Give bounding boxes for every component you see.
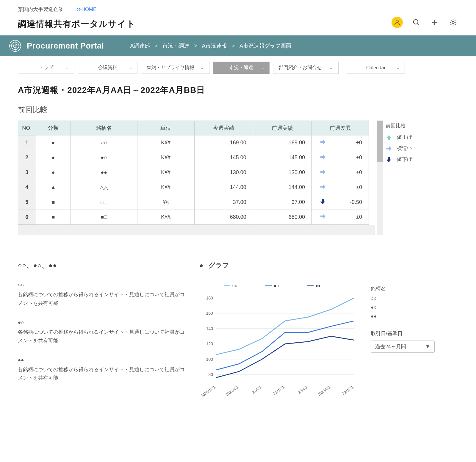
select-value: 過去24ヶ月間 xyxy=(375,343,406,350)
legend-flat: 横這い xyxy=(397,145,412,152)
portal-logo-icon xyxy=(9,40,21,52)
menu-supplier[interactable]: 集約・サプライヤ情報⌄ xyxy=(141,62,209,74)
menu-top[interactable]: トップ⌄ xyxy=(18,62,74,74)
col-name: 銘柄名 xyxy=(71,121,137,135)
cell-cur: 130.00 xyxy=(194,165,253,180)
insight-item: ○○各銘柄についての推移から得られるインサイト・見通しについて社員がコメントを共… xyxy=(18,282,187,308)
cell-prev: 680.00 xyxy=(253,210,311,225)
chevron-right-icon: > xyxy=(155,43,158,49)
menu-market[interactable]: 市況・通達⌄ xyxy=(213,62,270,74)
svg-text:○○: ○○ xyxy=(232,283,237,288)
svg-text:2020/12/1: 2020/12/1 xyxy=(200,385,217,398)
cell-cur: 37.00 xyxy=(194,195,253,210)
cell-prev: 144.00 xyxy=(253,180,311,195)
insight-item: ●●各銘柄についての推移から得られるインサイト・見通しについて社員がコメントを共… xyxy=(18,357,187,383)
legend-up: 値上げ xyxy=(397,134,412,141)
svg-text:100: 100 xyxy=(206,357,213,362)
table-row[interactable]: 6■■□K¥/t680.00680.00±0 xyxy=(18,210,369,225)
menu-calendar[interactable]: Calendar⌄ xyxy=(347,62,405,74)
chevron-right-icon: > xyxy=(194,43,197,49)
cell-arrow xyxy=(312,150,334,165)
crumb[interactable]: A調達部 xyxy=(130,42,150,49)
gear-icon xyxy=(449,18,457,26)
menu-dept[interactable]: 部門紹介・お問合せ⌄ xyxy=(273,62,339,74)
insights-head: ○○、●○、●● xyxy=(18,261,187,270)
table-row[interactable]: 4▲△△K¥/t144.00144.00±0 xyxy=(18,180,369,195)
cell-name: ○○ xyxy=(71,135,137,150)
insight-code: ●○ xyxy=(18,320,187,326)
cell-diff: -0.50 xyxy=(334,195,369,210)
chart-title: グラフ xyxy=(209,261,229,270)
cell-name: ●● xyxy=(71,165,137,180)
cell-diff: ±0 xyxy=(334,180,369,195)
cell-diff: ±0 xyxy=(334,135,369,150)
cell-cur: 680.00 xyxy=(194,210,253,225)
cell-no: 5 xyxy=(18,195,36,210)
crumb[interactable]: A市況速報 xyxy=(202,42,227,49)
chevron-down-icon: ⌄ xyxy=(396,65,400,71)
table-footer-shade xyxy=(18,225,375,235)
legend-title: 前回比較 xyxy=(386,122,412,129)
arrow-up-icon xyxy=(386,134,392,141)
insight-text: 各銘柄についての推移から得られるインサイト・見通しについて社員がコメントを共有可… xyxy=(18,366,187,383)
cell-prev: 145.00 xyxy=(253,150,311,165)
bullet-icon: ● xyxy=(199,262,203,269)
svg-point-5 xyxy=(452,21,454,23)
svg-text:180: 180 xyxy=(206,296,213,300)
add-button[interactable] xyxy=(430,17,440,27)
page-title: A市況週報・2022年A月AA日～2022年A月BB日 xyxy=(18,85,458,96)
compare-title: 前回比較 xyxy=(18,105,458,115)
insight-text: 各銘柄についての推移から得られるインサイト・見通しについて社員がコメントを共有可… xyxy=(18,291,187,308)
cell-prev: 37.00 xyxy=(253,195,311,210)
arrow-down-icon xyxy=(386,156,392,163)
cell-unit: K¥/t xyxy=(137,210,194,225)
menu-label: 部門紹介・お問合せ xyxy=(279,65,322,71)
col-cur: 今週実績 xyxy=(194,121,253,135)
settings-button[interactable] xyxy=(448,17,458,27)
insight-text: 各銘柄についての推移から得られるインサイト・見通しについて社員がコメントを共有可… xyxy=(18,328,187,345)
cell-no: 4 xyxy=(18,180,36,195)
svg-text:2022/8/1: 2022/8/1 xyxy=(317,385,331,397)
table-row[interactable]: 1●○○K¥/t169.00169.00±0 xyxy=(18,135,369,150)
home-link[interactable]: HOME xyxy=(76,6,96,13)
svg-text:●●: ●● xyxy=(315,283,321,288)
cell-arrow xyxy=(312,180,334,195)
insights-panel: ○○、●○、●● ○○各銘柄についての推移から得られるインサイト・見通しについて… xyxy=(18,261,187,405)
col-prev: 前週実績 xyxy=(253,121,311,135)
cell-unit: ¥/t xyxy=(137,195,194,210)
svg-point-1 xyxy=(414,20,418,24)
cell-arrow xyxy=(312,165,334,180)
portal-name: Procurement Portal xyxy=(27,41,104,51)
svg-text:22/12/1: 22/12/1 xyxy=(342,385,355,396)
menu-label: 集約・サプライヤ情報 xyxy=(147,65,194,71)
chevron-down-icon: ⌄ xyxy=(129,65,132,71)
menu-meeting[interactable]: 会議資料⌄ xyxy=(78,62,137,74)
svg-text:21/12/1: 21/12/1 xyxy=(273,385,286,396)
side-label-date: 取引日/基準日 xyxy=(371,330,458,337)
svg-point-0 xyxy=(396,20,398,22)
side-name[interactable]: ●○ xyxy=(371,305,458,310)
svg-text:2021/4/1: 2021/4/1 xyxy=(225,385,239,397)
svg-text:160: 160 xyxy=(206,311,213,316)
side-name[interactable]: ●● xyxy=(371,313,458,319)
avatar[interactable] xyxy=(392,17,403,28)
table-row[interactable]: 2●●○K¥/t145.00145.00±0 xyxy=(18,150,369,165)
crumb[interactable]: 市況・調達 xyxy=(162,42,189,49)
crumb[interactable]: A市況速報グラフ画面 xyxy=(239,42,291,49)
table-row[interactable]: 3●●●K¥/t130.00130.00±0 xyxy=(18,165,369,180)
company-name: 某国内大手製造企業 xyxy=(18,6,63,13)
svg-text:80: 80 xyxy=(208,372,213,377)
svg-text:120: 120 xyxy=(206,341,213,346)
svg-text:21/8/1: 21/8/1 xyxy=(251,385,262,394)
cell-no: 6 xyxy=(18,210,36,225)
menu-label: トップ xyxy=(24,65,69,71)
insight-item: ●○各銘柄についての推移から得られるインサイト・見通しについて社員がコメントを共… xyxy=(18,320,187,345)
search-button[interactable] xyxy=(411,17,421,27)
cell-no: 2 xyxy=(18,150,36,165)
chart-panel: ● グラフ ○○●○●●801001201401601802020/12/120… xyxy=(199,261,458,405)
date-range-select[interactable]: 過去24ヶ月間 ▼ xyxy=(371,341,435,353)
table-scrollbar[interactable] xyxy=(377,121,383,235)
cell-cat: ● xyxy=(36,165,71,180)
side-name[interactable]: ○○ xyxy=(371,296,458,302)
table-row[interactable]: 5■□□¥/t37.0037.00-0.50 xyxy=(18,195,369,210)
